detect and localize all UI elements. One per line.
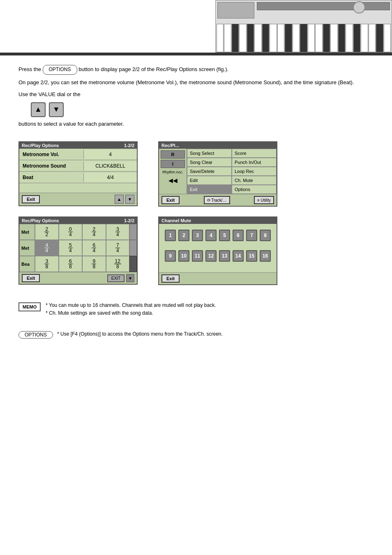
beat-cell-2-1[interactable]: 68 (59, 256, 83, 272)
menu-item-exit[interactable]: Exit (187, 185, 232, 194)
channel-btn-15[interactable]: 15 (246, 250, 257, 262)
arrow-buttons-row: ▲ ▼ (31, 102, 374, 117)
channel-btn-11[interactable]: 11 (192, 250, 203, 262)
screen1-page-indicator: 1-2/2 (124, 143, 134, 148)
menu-item-punch-in-out[interactable]: Punch In/Out (232, 158, 277, 167)
channel-btn-13[interactable]: 13 (219, 250, 230, 262)
beat-cell-2-3[interactable]: 128 (106, 256, 130, 272)
screen3-exit-button[interactable]: Exit (22, 274, 40, 282)
screen1-title: Rec/Play Options (22, 143, 59, 148)
beat-row-label-1: Met (19, 240, 35, 256)
screen2-title-bar: Rec/Pl... (159, 142, 277, 149)
beat-cell-1-1[interactable]: 54 (59, 240, 83, 256)
channel-btn-4[interactable]: 4 (205, 230, 217, 241)
channel-btn-5[interactable]: 5 (219, 230, 230, 241)
menu-item-loop-rec[interactable]: Loop Rec (232, 167, 277, 176)
screen2-side-panel: R I Rhythm Acc. ◀◀ (159, 149, 187, 194)
screen2-rhythm-label: Rhythm Acc. (162, 170, 183, 174)
beat-cell-0-1[interactable]: 04 (59, 224, 83, 240)
paragraph-2: On page 2/2, you can set the metronome v… (18, 78, 374, 87)
screen4-title-bar: Channel Mute (159, 217, 277, 224)
beat-row-label-2: Bea (19, 256, 35, 272)
beat-grid-container: Met 22 04 24 34 Met 44 (19, 224, 137, 272)
beat-row-label-0: Met (19, 224, 35, 240)
beat-cell-2-0[interactable]: 38 (35, 256, 59, 272)
arrow-down-button[interactable]: ▼ (49, 102, 64, 117)
screen2-body: R I Rhythm Acc. ◀◀ Song Select Score Son… (159, 149, 277, 194)
page-body: Press the OPTIONS button to display page… (0, 61, 392, 351)
screen1-label-2: Beat (19, 173, 83, 182)
beat-cell-1-3[interactable]: 74 (106, 240, 130, 256)
screen1-label-0: Metronome Vol. (19, 150, 83, 159)
beat-cell-1-0[interactable]: 44 (35, 240, 59, 256)
menu-item-ch-mute[interactable]: Ch. Mute (232, 176, 277, 185)
screen1-value-2: 4/4 (83, 173, 137, 182)
screen3-footer: Exit EXIT ▼ (19, 272, 137, 284)
screen2-title: Rec/Pl... (161, 143, 179, 148)
screen2-track-button[interactable]: ⟳ Track/… (204, 196, 230, 204)
channel-btn-1[interactable]: 1 (165, 230, 176, 241)
beat-cell-0-3[interactable]: 34 (106, 224, 130, 240)
screen3-page-indicator: 1-2/2 (124, 218, 134, 223)
menu-item-options[interactable]: Options (232, 185, 277, 194)
beat-scrollbar-1 (129, 240, 137, 256)
screen3-title: Rec/Play Options (22, 218, 59, 223)
channel-btn-8[interactable]: 8 (260, 230, 271, 241)
channel-btn-14[interactable]: 14 (233, 250, 244, 262)
menu-item-edit[interactable]: Edit (187, 176, 232, 185)
beat-cell-0-0[interactable]: 22 (35, 224, 59, 240)
screen2-side-btn-i[interactable]: I (161, 160, 185, 168)
screen2-transport[interactable]: ◀◀ (168, 177, 178, 184)
paragraph-1: Press the OPTIONS button to display page… (18, 65, 374, 75)
channel-btn-2[interactable]: 2 (178, 230, 189, 241)
paragraph-4: buttons to select a value for each param… (18, 120, 374, 128)
screen1-label-1: Metronome Sound (19, 161, 83, 170)
screen1-row-metronome-vol: Metronome Vol. 4 (19, 149, 137, 160)
screen2-side-btn-r[interactable]: R (161, 150, 185, 159)
beat-scrollbar-0 (129, 224, 137, 240)
screen1-row-beat: Beat 4/4 (19, 172, 137, 183)
memo-line-1: * You can mute up to 16 channels. Channe… (46, 302, 216, 309)
channel-btn-6[interactable]: 6 (233, 230, 244, 241)
channel-btn-7[interactable]: 7 (246, 230, 257, 241)
instrument-illustration (216, 0, 392, 52)
screen2-exit-button[interactable]: Exit (161, 196, 180, 204)
beat-scrollbar-2 (129, 256, 137, 272)
channel-btn-16[interactable]: 16 (260, 250, 271, 262)
channel-grid-row1: 1 2 3 4 5 6 7 8 (159, 224, 277, 244)
menu-item-song-clear[interactable]: Song Clear (187, 158, 232, 167)
channel-btn-3[interactable]: 3 (192, 230, 203, 241)
channel-btn-10[interactable]: 10 (178, 250, 189, 262)
beat-cell-2-2[interactable]: 98 (82, 256, 106, 272)
memo-line-2: * Ch. Mute settings are saved with the s… (46, 309, 216, 317)
channel-btn-9[interactable]: 9 (165, 250, 176, 262)
screen3-scroll-indicator: ▼ (126, 274, 134, 282)
screen3-title-bar: Rec/Play Options 1-2/2 (19, 217, 137, 224)
menu-item-song-select[interactable]: Song Select (187, 149, 232, 158)
screen1-row-metronome-sound: Metronome Sound CLICK&BELL (19, 160, 137, 172)
screen1-exit-button[interactable]: Exit (22, 195, 40, 203)
beat-cell-0-2[interactable]: 24 (82, 224, 106, 240)
menu-item-save-delete[interactable]: Save/Delete (187, 167, 232, 176)
menu-item-score[interactable]: Score (232, 149, 277, 158)
screen3-inner-exit[interactable]: EXIT (107, 274, 125, 282)
inline-note-options-1: OPTIONS (43, 65, 77, 75)
bottom-note-box: OPTIONS (18, 331, 53, 339)
screen1-arrow-down[interactable]: ▼ (125, 195, 134, 204)
beat-cell-1-2[interactable]: 64 (82, 240, 106, 256)
rec-play-options-screen: Rec/Play Options 1-2/2 Metronome Vol. 4 … (18, 141, 138, 206)
header-divider (0, 53, 392, 55)
channel-grid-row2: 9 10 11 12 13 14 15 16 (159, 244, 277, 265)
memo-text-block: * You can mute up to 16 channels. Channe… (46, 302, 216, 317)
screen2-footer: Exit ⟳ Track/… ≡ Utility (159, 194, 277, 206)
memo-section: MEMO * You can mute up to 16 channels. C… (18, 302, 374, 317)
screen1-footer: Exit ▲ ▼ (19, 193, 137, 205)
channel-btn-12[interactable]: 12 (205, 250, 217, 262)
screen1-value-0: 4 (83, 150, 137, 159)
screen1-arrow-up[interactable]: ▲ (115, 195, 124, 204)
bottom-note-area: OPTIONS * Use [F4 (Options)] to access t… (18, 330, 374, 339)
screen4-exit-button[interactable]: Exit (161, 274, 180, 283)
arrow-up-button[interactable]: ▲ (31, 102, 46, 117)
screen2-utility-button[interactable]: ≡ Utility (254, 196, 274, 204)
bottom-text: * Use [F4 (Options)] to access the Optio… (57, 330, 223, 338)
